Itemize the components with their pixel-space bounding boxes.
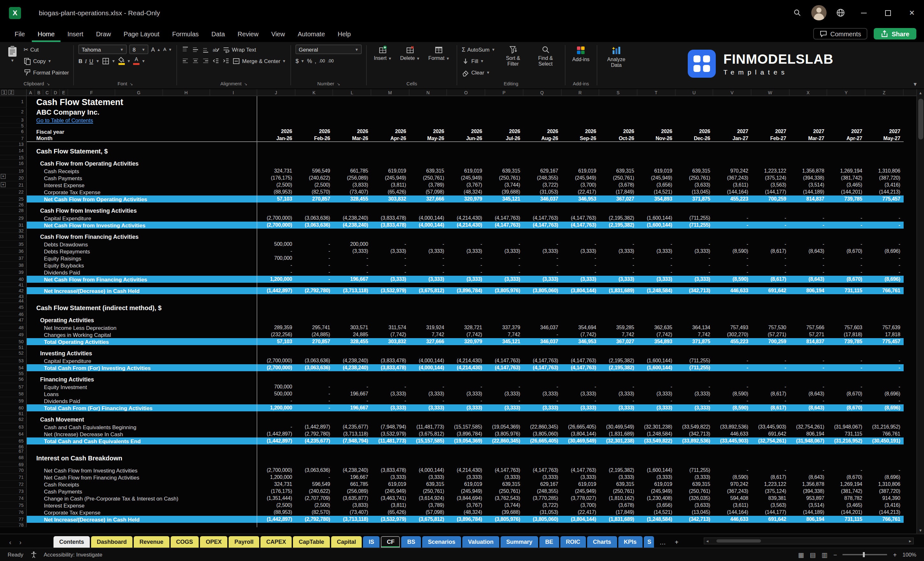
cell[interactable]: 639,315 — [410, 168, 447, 174]
row-header-78[interactable]: 78 — [0, 523, 27, 527]
cell[interactable]: (176,175) — [257, 174, 295, 182]
row-header-37[interactable]: 37 — [0, 255, 27, 262]
cell[interactable]: - — [789, 255, 827, 262]
menu-insert[interactable]: Insert — [62, 26, 89, 42]
column-header-R[interactable]: R — [561, 89, 599, 96]
cell[interactable]: (3,532,979) — [371, 516, 409, 523]
cell[interactable]: - — [599, 241, 637, 248]
cell[interactable]: (65,426) — [371, 509, 409, 516]
cell[interactable]: - — [828, 255, 866, 262]
row-header-77[interactable]: 77 — [0, 516, 27, 523]
row-header-63[interactable]: 63 — [0, 423, 27, 430]
cell[interactable]: (4,238,240) — [333, 214, 371, 222]
cell[interactable]: 324,731 — [257, 481, 295, 488]
cell[interactable]: (65,426) — [371, 189, 409, 195]
cell[interactable]: 1,200,000 — [257, 404, 295, 411]
cell[interactable]: - — [638, 255, 675, 262]
cell[interactable]: (2,792,780) — [295, 430, 333, 438]
row-header-47[interactable]: 47 — [0, 316, 27, 324]
bold-button[interactable]: B — [78, 56, 82, 66]
cell[interactable]: (250,761) — [599, 488, 637, 495]
cell[interactable]: (3,063,636) — [295, 222, 333, 229]
cell[interactable]: 328,455 — [333, 195, 371, 202]
cell[interactable]: 2026 — [561, 128, 599, 135]
cell[interactable]: (250,761) — [675, 488, 713, 495]
page-layout-view-icon[interactable]: ▤ — [810, 551, 816, 558]
increase-font-button[interactable]: A▲ — [151, 45, 160, 54]
cell[interactable]: (22,417) — [561, 189, 599, 195]
cell[interactable]: (3,333) — [447, 248, 485, 255]
cell[interactable]: (3,700) — [561, 502, 599, 509]
column-header-X[interactable]: X — [789, 89, 827, 96]
cell[interactable]: (250,761) — [675, 174, 713, 182]
cell[interactable]: (3,678) — [599, 182, 637, 189]
cell[interactable]: - — [599, 255, 637, 262]
cell[interactable]: (82,570) — [295, 509, 333, 516]
cell[interactable]: 24,885 — [333, 331, 371, 338]
row-header-38[interactable]: 38 — [0, 262, 27, 269]
cell[interactable]: Jan-26 — [257, 135, 295, 141]
cell[interactable]: (30,450,191) — [866, 438, 903, 444]
clipboard-dialog-launcher[interactable]: ↘ — [46, 81, 50, 86]
cell[interactable]: - — [828, 398, 866, 404]
cell[interactable]: 2027 — [714, 128, 752, 135]
cell[interactable]: (8,643) — [789, 248, 827, 255]
cell[interactable]: (250,761) — [485, 174, 523, 182]
comments-button[interactable]: Comments — [813, 28, 868, 39]
cell[interactable]: (2,195,382) — [599, 222, 637, 229]
cell[interactable]: (3,333) — [485, 404, 523, 411]
cell[interactable]: (30,469,549) — [561, 438, 599, 444]
autosum-button[interactable]: ΣAutoSum▼ — [462, 45, 495, 54]
increase-indent-icon[interactable] — [222, 57, 230, 64]
cell[interactable]: - — [485, 241, 523, 248]
cell[interactable]: 311,574 — [371, 324, 409, 331]
cell[interactable]: (7,948,794) — [371, 423, 409, 430]
cell[interactable]: (8,643) — [789, 390, 827, 398]
cell[interactable]: (4,214,430) — [447, 357, 485, 364]
cell[interactable]: (394,338) — [789, 174, 827, 182]
cell[interactable]: (144,213) — [866, 189, 903, 195]
cell[interactable]: 354,893 — [638, 195, 675, 202]
cell[interactable]: (3,333) — [675, 390, 713, 398]
cell[interactable]: (1,442,897) — [257, 287, 295, 294]
cell[interactable]: (82,570) — [295, 189, 333, 195]
cell[interactable]: - — [257, 398, 295, 404]
fill-button[interactable]: Fill▼ — [462, 56, 495, 66]
cell[interactable]: 371,875 — [675, 338, 713, 345]
cell[interactable]: (3,805,976) — [485, 430, 523, 438]
accessibility-status[interactable]: Accessibility: Investigate — [44, 552, 102, 558]
cell[interactable]: - — [524, 383, 561, 390]
cell[interactable]: - — [410, 241, 447, 248]
cell[interactable]: 619,019 — [561, 481, 599, 488]
row-header-67[interactable]: 67 — [0, 449, 27, 453]
vertical-scrollbar[interactable]: ▲ ▼ — [916, 89, 924, 534]
cell[interactable]: 731,115 — [828, 430, 866, 438]
cell[interactable]: (2,500) — [257, 182, 295, 189]
cell[interactable]: - — [714, 383, 752, 390]
row-header-73[interactable]: 73 — [0, 488, 27, 495]
cell[interactable]: - — [789, 269, 827, 276]
cell[interactable]: 639,315 — [485, 481, 523, 488]
copy-button[interactable]: Copy▼ — [24, 56, 69, 66]
cell[interactable]: 7,742 — [410, 331, 447, 338]
format-painter-button[interactable]: Format Painter — [24, 68, 69, 77]
align-top-icon[interactable] — [182, 45, 189, 53]
cell[interactable]: (4,147,763) — [561, 364, 599, 371]
cell[interactable]: (3,805,976) — [485, 516, 523, 523]
cell[interactable]: - — [447, 269, 485, 276]
cell[interactable]: (375,124) — [752, 174, 789, 182]
menu-review[interactable]: Review — [232, 26, 264, 42]
sheet-tab-opex[interactable]: OPEX — [200, 536, 227, 548]
menu-file[interactable]: File — [9, 26, 31, 42]
cell[interactable]: 303,832 — [371, 195, 409, 202]
cell[interactable]: 346,953 — [561, 338, 599, 345]
cell[interactable]: - — [828, 269, 866, 276]
cell[interactable]: (8,617) — [752, 404, 789, 411]
cell[interactable]: 371,875 — [675, 195, 713, 202]
cell[interactable]: (4,235,677) — [333, 423, 371, 430]
cell[interactable]: (4,214,430) — [447, 214, 485, 222]
cell[interactable]: (8,643) — [789, 276, 827, 283]
cell[interactable]: (26,665,405) — [561, 423, 599, 430]
cell[interactable]: (3,333) — [524, 276, 561, 283]
cell[interactable]: 775,457 — [866, 195, 903, 202]
